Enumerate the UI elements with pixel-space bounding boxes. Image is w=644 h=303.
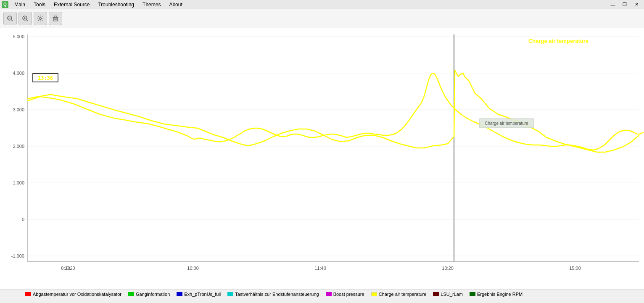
svg-text:3.000: 3.000: [13, 107, 24, 112]
svg-point-7: [40, 18, 42, 20]
legend-label-lsu: LSU_rLam: [441, 292, 463, 297]
zoom-out-button[interactable]: [3, 12, 17, 25]
legend-color-exh: [177, 292, 182, 296]
menu-external-source[interactable]: External Source: [50, 0, 94, 9]
legend-label-ergebnis: Ergebnis Engine RPM: [477, 292, 523, 297]
menu-tools[interactable]: Tools: [29, 0, 50, 9]
menu-troubleshooting[interactable]: Troubleshooting: [94, 0, 138, 9]
maximize-button[interactable]: ❐: [619, 0, 631, 9]
legend-color-charge: [371, 292, 377, 296]
legend: Abgastemperatur vor Oxidationskatalysato…: [0, 289, 644, 303]
legend-color-tast: [227, 292, 233, 296]
svg-text:1.000: 1.000: [13, 180, 24, 185]
legend-color-abgas: [25, 292, 31, 296]
legend-item-ergebnis: Ergebnis Engine RPM: [470, 292, 523, 297]
chart-container[interactable]: 5.000 4.000 3.000 2.000 1.000 0 -1.000 8…: [0, 28, 644, 289]
legend-item-gang: Ganginformation: [128, 292, 170, 297]
toolbar: [0, 9, 644, 28]
svg-rect-10: [54, 16, 57, 17]
titlebar: Q Main Tools External Source Troubleshoo…: [0, 0, 644, 9]
svg-text:-1.000: -1.000: [11, 253, 24, 258]
svg-text:13:20: 13:20: [442, 266, 454, 271]
menu-bar: Main Tools External Source Troubleshooti…: [10, 0, 187, 9]
legend-row-1: Abgastemperatur vor Oxidationskatalysato…: [25, 292, 523, 297]
svg-text:2.000: 2.000: [13, 144, 24, 149]
svg-text:Charge air temperature: Charge air temperature: [485, 121, 528, 126]
menu-about[interactable]: About: [165, 0, 186, 9]
svg-text:13:36: 13:36: [38, 75, 53, 81]
svg-line-2: [11, 20, 13, 21]
svg-text:4.000: 4.000: [13, 71, 24, 76]
app-icon: Q: [2, 1, 8, 8]
svg-text:0: 0: [22, 217, 24, 222]
svg-text:11:40: 11:40: [314, 266, 326, 271]
legend-item-abgas: Abgastemperatur vor Oxidationskatalysato…: [25, 292, 121, 297]
svg-text:8:20: 8:20: [61, 266, 70, 271]
legend-label-gang: Ganginformation: [136, 292, 170, 297]
zoom-in-button[interactable]: [18, 12, 32, 25]
close-button[interactable]: ✕: [631, 0, 642, 9]
minimize-button[interactable]: —: [607, 0, 619, 9]
legend-label-exh: Exh_pTrbnUs_full: [184, 292, 221, 297]
settings-button[interactable]: [34, 12, 47, 25]
menu-themes[interactable]: Themes: [138, 0, 165, 9]
legend-color-gang: [128, 292, 134, 296]
svg-text:5.000: 5.000: [13, 34, 24, 39]
svg-text:10:00: 10:00: [187, 266, 199, 271]
clear-button[interactable]: [49, 12, 62, 25]
svg-line-6: [26, 20, 28, 21]
menu-main[interactable]: Main: [10, 0, 29, 9]
legend-item-boost: Boost pressure: [326, 292, 364, 297]
svg-text:15:00: 15:00: [569, 266, 581, 271]
window-controls: — ❐ ✕: [607, 0, 642, 9]
legend-item-exh: Exh_pTrbnUs_full: [177, 292, 221, 297]
legend-label-abgas: Abgastemperatur vor Oxidationskatalysato…: [33, 292, 121, 297]
legend-color-ergebnis: [470, 292, 475, 296]
svg-rect-14: [0, 28, 644, 289]
legend-item-lsu: LSU_rLam: [433, 292, 463, 297]
legend-item-charge: Charge air temperature: [371, 292, 427, 297]
legend-label-charge: Charge air temperature: [379, 292, 427, 297]
legend-label-boost: Boost pressure: [333, 292, 364, 297]
legend-color-lsu: [433, 292, 439, 296]
legend-item-tast: Tastverhältnis zur Endstufenansteuerung: [227, 292, 319, 297]
legend-color-boost: [326, 292, 332, 296]
svg-text:Charge air temperature: Charge air temperature: [528, 38, 589, 44]
legend-label-tast: Tastverhältnis zur Endstufenansteuerung: [235, 292, 319, 297]
